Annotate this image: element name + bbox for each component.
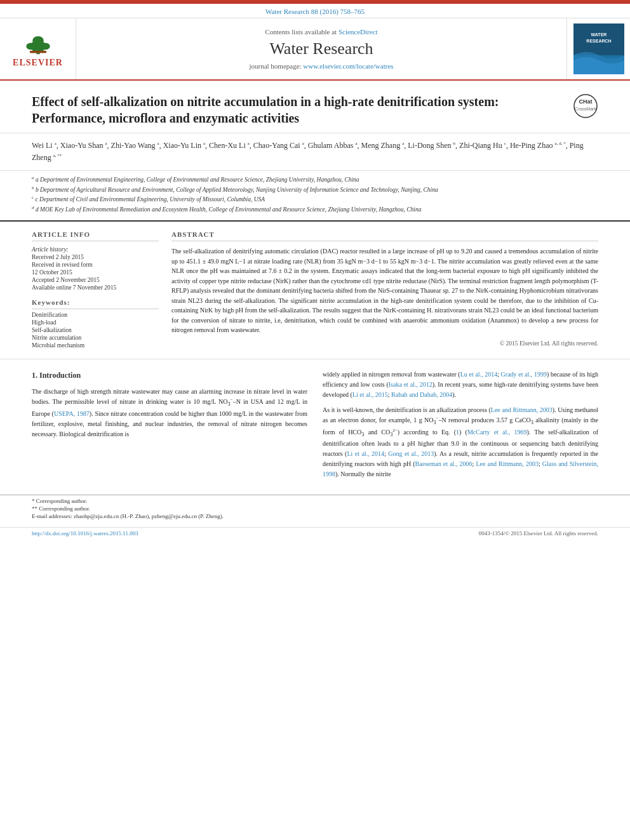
rabah2004-link[interactable]: Rabah and Dahab, 2004	[391, 391, 452, 398]
abstract-column: ABSTRACT The self-alkalization of denitr…	[171, 230, 598, 350]
svg-text:WATER: WATER	[591, 32, 607, 37]
svg-point-4	[41, 43, 50, 50]
water-research-badge: WATER RESEARCH	[573, 23, 624, 74]
copyright-line: © 2015 Elsevier Ltd. All rights reserved…	[171, 340, 598, 347]
elsevier-label: ELSEVIER	[13, 58, 63, 68]
elsevier-logo-area: ELSEVIER	[0, 18, 76, 79]
header-area: ELSEVIER Contents lists available at Sci…	[0, 18, 630, 81]
badge-svg: WATER RESEARCH	[573, 23, 624, 74]
footer-copyright: 0043-1354/© 2015 Elsevier Ltd. All right…	[479, 530, 598, 537]
svg-point-2	[32, 36, 44, 44]
lee2003-link[interactable]: Lee and Rittmann, 2003	[491, 406, 553, 413]
abstract-heading: ABSTRACT	[171, 230, 598, 241]
sciencedirect-link[interactable]: ScienceDirect	[338, 28, 378, 36]
history-label: Article history:	[32, 246, 159, 253]
homepage-line: journal homepage: www.elsevier.com/locat…	[249, 62, 393, 70]
page: Water Research 88 (2016) 758–765 ELSEVIE…	[0, 0, 630, 840]
grady1999-link[interactable]: Grady et al., 1999	[501, 371, 547, 378]
svg-point-3	[26, 43, 35, 50]
journal-citation-text: Water Research 88 (2016) 758–765	[265, 8, 365, 15]
accepted-date: Accepted 2 November 2015	[32, 277, 159, 283]
article-info-abstract-section: ARTICLE INFO Article history: Received 2…	[0, 222, 630, 359]
lee2003b-link[interactable]: Lee and Rittmann, 2003	[476, 460, 539, 467]
article-info-column: ARTICLE INFO Article history: Received 2…	[32, 230, 159, 350]
footnote-star1: * Corresponding author.	[32, 498, 598, 504]
usepa-link[interactable]: USEPA, 1987	[54, 410, 90, 417]
abstract-text: The self-alkalization of denitrifying au…	[171, 246, 598, 335]
contents-text: Contents lists available at	[265, 28, 338, 36]
li2015-link[interactable]: Li et al., 2015	[352, 391, 388, 398]
revised-date: 12 October 2015	[32, 269, 159, 276]
revised-label: Received in revised form	[32, 262, 159, 268]
than-text: than	[206, 410, 217, 417]
authors-section: Wei Li a, Xiao-Yu Shan a, Zhi-Yao Wang a…	[0, 133, 630, 171]
affiliation-a: a a Department of Environmental Engineer…	[32, 175, 598, 184]
introduction-heading: 1. Introduction	[32, 370, 307, 382]
authors-line: Wei Li a, Xiao-Yu Shan a, Zhi-Yao Wang a…	[32, 140, 598, 164]
keywords-heading: Keywords:	[32, 298, 159, 309]
article-info-heading: ARTICLE INFO	[32, 230, 159, 241]
svg-rect-5	[29, 51, 46, 53]
contents-line: Contents lists available at ScienceDirec…	[265, 28, 377, 36]
keyword-1: Denitrification	[32, 312, 159, 318]
affiliation-b: b b Department of Agricultural Resource …	[32, 185, 598, 194]
homepage-link[interactable]: www.elsevier.com/locate/watres	[303, 62, 393, 70]
intro-paragraph-1: The discharge of high strength nitrate w…	[32, 387, 307, 439]
affiliation-d: d d MOE Key Lab of Environmental Remedia…	[32, 204, 598, 214]
journal-citation-bar: Water Research 88 (2016) 758–765	[0, 4, 630, 18]
header-right: WATER RESEARCH	[566, 18, 630, 79]
footnote-email: E-mail addresses: zhaohp@zju.edu.cn (H.-…	[32, 513, 598, 519]
baeseman2006-link[interactable]: Baeseman et al., 2006	[415, 460, 473, 467]
crossmark-icon: CHat CrossMark	[573, 93, 598, 119]
footer-bar: http://dx.doi.org/10.1016/j.watres.2015.…	[0, 527, 630, 539]
footnote-star2: ** Corresponding author.	[32, 505, 598, 512]
keyword-4: Nitrite accumulation	[32, 335, 159, 341]
affiliation-c: c c Department of Civil and Environmenta…	[32, 194, 598, 204]
keyword-5: Microbial mechanism	[32, 342, 159, 349]
keyword-2: High-load	[32, 319, 159, 326]
body-col-right: widely applied in nitrogen removal from …	[323, 370, 598, 484]
doi-link[interactable]: http://dx.doi.org/10.1016/j.watres.2015.…	[32, 530, 138, 537]
received-date: Received 2 July 2015	[32, 254, 159, 260]
keyword-3: Self-alkalization	[32, 327, 159, 333]
gong2013-link[interactable]: Gong et al., 2013	[388, 450, 434, 457]
affiliations-section: a a Department of Environmental Engineer…	[0, 171, 630, 222]
svg-text:CHat: CHat	[579, 98, 592, 105]
intro-paragraph-2: widely applied in nitrogen removal from …	[323, 370, 598, 400]
footnotes-area: * Corresponding author. ** Corresponding…	[0, 495, 630, 522]
crossmark-badge: CHat CrossMark	[573, 93, 598, 119]
body-section: 1. Introduction The discharge of high st…	[0, 359, 630, 495]
article-title: Effect of self-alkalization on nitrite a…	[32, 93, 573, 126]
intro-paragraph-3: As it is well-known, the denitrification…	[323, 405, 598, 479]
lu2014-link[interactable]: Lu et al., 2014	[460, 371, 497, 378]
article-title-section: Effect of self-alkalization on nitrite a…	[0, 81, 630, 133]
homepage-text: journal homepage:	[249, 62, 303, 70]
and-text: and	[409, 391, 418, 398]
isaka2012-link[interactable]: Isaka et al., 2012	[389, 381, 432, 388]
elsevier-logo: ELSEVIER	[10, 30, 67, 68]
svg-text:CrossMark: CrossMark	[575, 107, 596, 111]
header-center: Contents lists available at ScienceDirec…	[76, 18, 566, 79]
svg-text:RESEARCH: RESEARCH	[586, 39, 611, 43]
mccarty1969-link[interactable]: McCarty et al., 1969	[467, 429, 527, 436]
li2014-link[interactable]: Li et al., 2014	[347, 450, 384, 457]
online-date: Available online 7 November 2015	[32, 284, 159, 291]
body-col-left: 1. Introduction The discharge of high st…	[32, 370, 307, 484]
elsevier-tree-icon	[16, 30, 60, 56]
eq1-link[interactable]: 1	[456, 429, 459, 436]
journal-title: Water Research	[269, 39, 373, 58]
